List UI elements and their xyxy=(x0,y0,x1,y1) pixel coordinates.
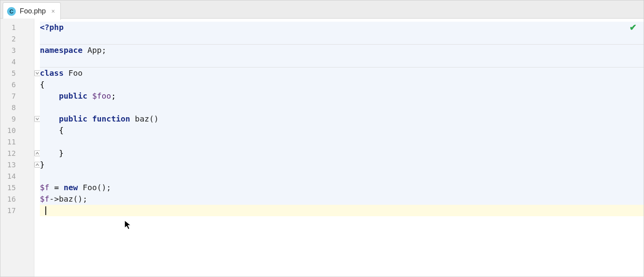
fold-open-icon[interactable] xyxy=(34,116,40,122)
line-number[interactable]: 1 xyxy=(0,22,34,33)
line-number[interactable]: 14 xyxy=(0,170,34,182)
line-number[interactable]: 8 xyxy=(0,102,34,113)
file-type-icon: C xyxy=(7,7,16,16)
fold-close-icon[interactable] xyxy=(34,150,40,156)
code-line[interactable]: { xyxy=(40,79,644,90)
line-number[interactable]: 5 xyxy=(0,67,34,79)
line-number[interactable]: 15 xyxy=(0,182,34,193)
code-line[interactable]: <?php xyxy=(40,22,644,33)
line-number[interactable]: 3 xyxy=(0,45,34,56)
code-line[interactable]: $f = new Foo(); xyxy=(40,182,644,193)
file-tab[interactable]: C Foo.php × xyxy=(3,2,61,20)
line-number[interactable]: 4 xyxy=(0,56,34,67)
line-number[interactable]: 16 xyxy=(0,193,34,205)
code-area[interactable]: <?phpnamespace App;class Foo{ public $fo… xyxy=(34,19,644,277)
line-number[interactable]: 6 xyxy=(0,79,34,90)
fold-close-icon[interactable] xyxy=(34,162,40,168)
source-code[interactable]: <?phpnamespace App;class Foo{ public $fo… xyxy=(34,22,644,216)
fold-open-icon[interactable] xyxy=(34,70,40,76)
code-line[interactable]: { xyxy=(40,125,644,136)
line-number[interactable]: 12 xyxy=(0,148,34,159)
inspection-ok-icon[interactable]: ✔ xyxy=(629,22,637,33)
tab-bar: C Foo.php × xyxy=(0,0,644,19)
code-line[interactable]: $f->baz(); xyxy=(40,193,644,205)
code-line[interactable]: public $foo; xyxy=(40,90,644,102)
line-number-gutter[interactable]: 1234567891011121314151617 xyxy=(0,19,34,277)
code-line[interactable] xyxy=(40,33,644,45)
code-line[interactable]: public function baz() xyxy=(40,113,644,125)
code-line[interactable]: namespace App; xyxy=(40,45,644,56)
line-number[interactable]: 10 xyxy=(0,125,34,136)
line-number[interactable]: 13 xyxy=(0,159,34,170)
line-number[interactable]: 2 xyxy=(0,33,34,45)
line-number[interactable]: 11 xyxy=(0,136,34,148)
code-line[interactable]: } xyxy=(40,148,644,159)
code-line[interactable] xyxy=(40,170,644,182)
tab-filename: Foo.php xyxy=(20,7,46,15)
editor: 1234567891011121314151617 <?phpnamespace… xyxy=(0,19,644,277)
code-line[interactable]: } xyxy=(40,159,644,170)
code-line-current[interactable] xyxy=(40,205,644,216)
line-number[interactable]: 7 xyxy=(0,90,34,102)
text-caret xyxy=(45,206,46,215)
line-number[interactable]: 17 xyxy=(0,205,34,216)
close-icon[interactable]: × xyxy=(50,7,56,15)
code-line[interactable]: class Foo xyxy=(40,67,644,79)
code-line[interactable] xyxy=(40,56,644,67)
code-line[interactable] xyxy=(40,102,644,113)
line-number[interactable]: 9 xyxy=(0,113,34,125)
code-line[interactable] xyxy=(40,136,644,148)
